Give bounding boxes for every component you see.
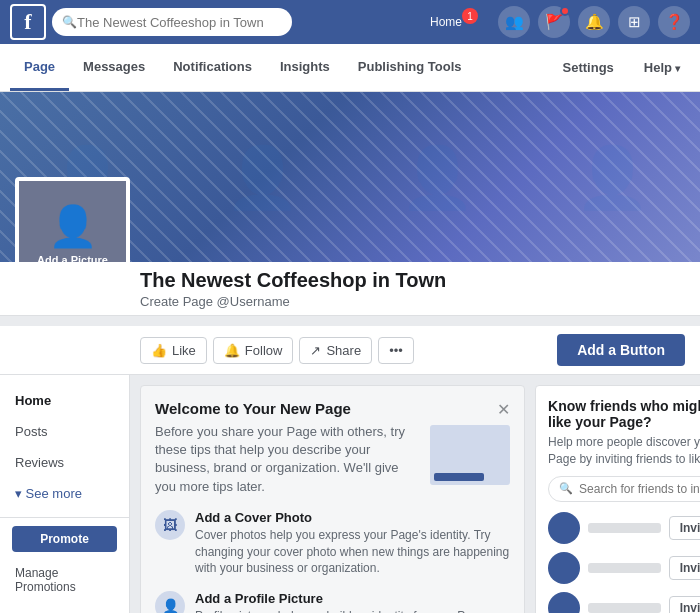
- tip-profile-content: Add a Profile Picture Profile pictures h…: [195, 591, 510, 613]
- friends-icon-btn[interactable]: 👥: [498, 6, 530, 38]
- sidebar-divider: [0, 517, 129, 518]
- friend-avatar-1: [548, 552, 580, 584]
- profile-picture-area[interactable]: 👤 Add a Picture 📷: [15, 177, 130, 262]
- cover-section: 👤👤👤👤 👤 Add a Picture 📷 The Newest Coffee…: [0, 92, 700, 316]
- page-username[interactable]: Create Page @Username: [140, 294, 685, 309]
- help-label: Help: [644, 60, 672, 75]
- page-name-block: The Newest Coffeeshop in Town Create Pag…: [140, 268, 685, 309]
- action-buttons-row: 👍 Like 🔔 Follow ↗ Share ••• Add a Button: [0, 326, 700, 375]
- feed-and-right: Welcome to Your New Page Before you shar…: [130, 375, 700, 613]
- promote-button[interactable]: Promote: [12, 526, 117, 552]
- left-sidebar: Home Posts Reviews ▾ See more Promote Ma…: [0, 375, 130, 613]
- search-input[interactable]: [77, 15, 277, 30]
- share-icon: ↗: [310, 343, 321, 358]
- manage-promotions-link[interactable]: Manage Promotions: [0, 560, 129, 600]
- content-area: Home Posts Reviews ▾ See more Promote Ma…: [0, 375, 700, 613]
- help-icon-btn[interactable]: ❓: [658, 6, 690, 38]
- top-nav-right: Home 1 👥 🚩 🔔 ⊞ ❓: [422, 6, 690, 38]
- page-navigation: Page Messages Notifications Insights Pub…: [0, 44, 700, 92]
- global-search-box[interactable]: 🔍: [52, 8, 292, 36]
- top-navigation: f 🔍 Home 1 👥 🚩 🔔 ⊞ ❓: [0, 0, 700, 44]
- invite-desc: Help more people discover your Page by i…: [548, 434, 700, 468]
- page-nav-right: Settings Help: [551, 54, 690, 81]
- flag-icon-btn[interactable]: 🚩: [538, 6, 570, 38]
- invite-button-1[interactable]: Invite: [669, 556, 700, 580]
- add-button-btn[interactable]: Add a Button: [557, 334, 685, 366]
- friend-row-1: Invite: [548, 552, 700, 584]
- more-button[interactable]: •••: [378, 337, 414, 364]
- avatar-placeholder-icon: 👤: [48, 203, 98, 250]
- search-friends-input[interactable]: [579, 482, 700, 496]
- more-label: •••: [389, 343, 403, 358]
- search-friends-icon: 🔍: [559, 482, 573, 495]
- share-label: Share: [326, 343, 361, 358]
- welcome-card-right: ✕: [430, 400, 510, 485]
- tab-notifications[interactable]: Notifications: [159, 44, 266, 91]
- settings-button[interactable]: Settings: [551, 54, 626, 81]
- friend-avatar-2: [548, 592, 580, 613]
- tip-item-profile: 👤 Add a Profile Picture Profile pictures…: [155, 591, 510, 613]
- invite-button-0[interactable]: Invite: [669, 516, 700, 540]
- grid-icon-btn[interactable]: ⊞: [618, 6, 650, 38]
- search-friends-box[interactable]: 🔍: [548, 476, 700, 502]
- welcome-title: Welcome to Your New Page: [155, 400, 420, 417]
- follow-label: Follow: [245, 343, 283, 358]
- like-icon: 👍: [151, 343, 167, 358]
- tips-list: 🖼 Add a Cover Photo Cover photos help yo…: [155, 510, 510, 613]
- friend-row-0: Invite: [548, 512, 700, 544]
- invite-button-2[interactable]: Invite: [669, 596, 700, 613]
- tab-publishing-tools[interactable]: Publishing Tools: [344, 44, 476, 91]
- tip-cover-content: Add a Cover Photo Cover photos help you …: [195, 510, 510, 577]
- right-column: Know friends who might like your Page? H…: [535, 385, 700, 613]
- invite-title: Know friends who might like your Page?: [548, 398, 700, 430]
- tip-profile-desc: Profile pictures help you build an ident…: [195, 608, 510, 613]
- bell-icon-btn[interactable]: 🔔: [578, 6, 610, 38]
- welcome-description: Before you share your Page with others, …: [155, 423, 420, 496]
- follow-button[interactable]: 🔔 Follow: [213, 337, 294, 364]
- help-button[interactable]: Help: [634, 54, 690, 81]
- welcome-card: Welcome to Your New Page Before you shar…: [140, 385, 525, 613]
- facebook-logo: f: [10, 4, 46, 40]
- home-label: Home: [430, 15, 462, 29]
- home-badge: 1: [462, 8, 478, 24]
- thumb-bar-1: [434, 473, 484, 481]
- home-nav-item[interactable]: Home 1: [422, 10, 490, 34]
- welcome-text-block: Welcome to Your New Page Before you shar…: [155, 400, 420, 496]
- feed-column: Welcome to Your New Page Before you shar…: [140, 385, 525, 613]
- tab-messages[interactable]: Messages: [69, 44, 159, 91]
- friend-name-1: [588, 563, 661, 573]
- welcome-thumbnail: [430, 425, 510, 485]
- close-button[interactable]: ✕: [497, 400, 510, 419]
- cover-photo-icon: 🖼: [155, 510, 185, 540]
- tip-profile-title: Add a Profile Picture: [195, 591, 510, 606]
- friend-name-0: [588, 523, 661, 533]
- tip-item-cover: 🖼 Add a Cover Photo Cover photos help yo…: [155, 510, 510, 577]
- tab-page[interactable]: Page: [10, 44, 69, 91]
- tab-insights[interactable]: Insights: [266, 44, 344, 91]
- profile-pic-icon: 👤: [155, 591, 185, 613]
- follow-icon: 🔔: [224, 343, 240, 358]
- tip-cover-title: Add a Cover Photo: [195, 510, 510, 525]
- cover-photo[interactable]: 👤👤👤👤 👤 Add a Picture 📷: [0, 92, 700, 262]
- chevron-down-icon: [675, 60, 680, 75]
- welcome-card-header: Welcome to Your New Page Before you shar…: [155, 400, 510, 496]
- share-button[interactable]: ↗ Share: [299, 337, 372, 364]
- friend-name-2: [588, 603, 661, 613]
- search-icon: 🔍: [62, 15, 77, 29]
- like-button[interactable]: 👍 Like: [140, 337, 207, 364]
- main-wrapper: 👍 Like 🔔 Follow ↗ Share ••• Add a Button…: [0, 326, 700, 613]
- sidebar-item-posts[interactable]: Posts: [0, 416, 129, 447]
- sidebar-see-more[interactable]: ▾ See more: [0, 478, 129, 509]
- page-title: The Newest Coffeeshop in Town: [140, 268, 685, 292]
- like-label: Like: [172, 343, 196, 358]
- friend-avatar-0: [548, 512, 580, 544]
- tip-cover-desc: Cover photos help you express your Page'…: [195, 527, 510, 577]
- flag-badge: [560, 6, 570, 16]
- sidebar-item-reviews[interactable]: Reviews: [0, 447, 129, 478]
- add-photo-label: Add a Picture: [37, 254, 108, 262]
- sidebar-item-home[interactable]: Home: [0, 385, 129, 416]
- invite-friends-card: Know friends who might like your Page? H…: [535, 385, 700, 613]
- friend-row-2: Invite: [548, 592, 700, 613]
